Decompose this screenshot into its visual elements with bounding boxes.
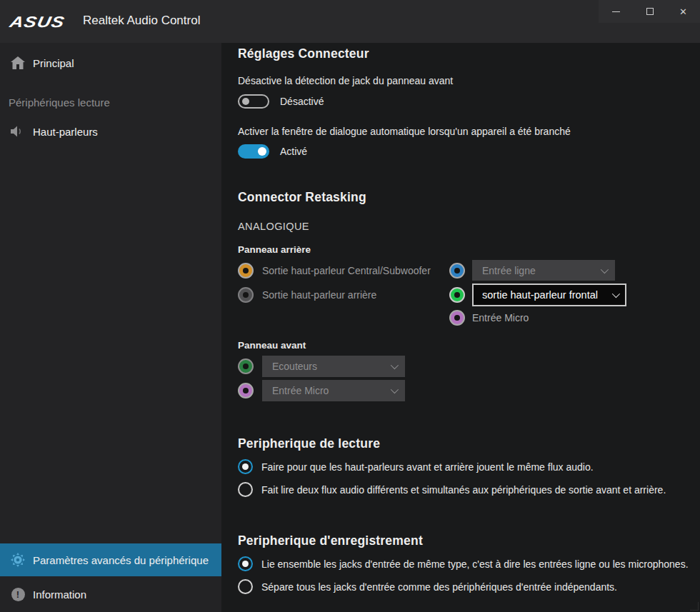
rear-jack-row-1: Sortie haut-parleur Central/Subwoofer En… (238, 260, 615, 281)
sidebar-item-advanced-device-settings[interactable]: Paramètres avancés du périphérique (0, 543, 221, 576)
jack-icon-orange (238, 263, 254, 279)
main-content: Réglages Connecteur Désactive la détecti… (221, 43, 700, 612)
app-window: ASUS Realtek Audio Control ✕ Principal P… (0, 0, 700, 612)
info-icon: ! (10, 588, 26, 601)
resize-grip[interactable] (690, 602, 699, 611)
jack-icon-purple (238, 383, 254, 398)
rear-fixed-jack-2: Sortie haut-parleur arrière (238, 287, 449, 303)
front-speaker-out-select[interactable]: sortie haut-parleur frontal (472, 284, 626, 306)
chevron-down-icon (601, 265, 609, 273)
sidebar-item-speakers[interactable]: Haut-parleurs (0, 117, 221, 146)
jack-label: Sortie haut-parleur Central/Subwoofer (262, 265, 431, 276)
line-in-select[interactable]: Entrée ligne (472, 260, 615, 281)
toggle-label-front-jack-detection: Désactive la détection de jack du pannea… (238, 75, 453, 86)
rear-jack-row-2: Sortie haut-parleur arrière sortie haut-… (238, 284, 626, 306)
toggle-knob (258, 147, 266, 156)
sidebar-item-label: Principal (33, 57, 74, 69)
sidebar-item-principal[interactable]: Principal (0, 49, 221, 77)
window-controls: ✕ (599, 0, 700, 23)
playback-option-same-stream[interactable]: Faire pour que les haut-parleurs avant e… (238, 459, 594, 474)
recording-option-tie-jacks[interactable]: Lie ensemble les jacks d'entrée de même … (238, 556, 689, 571)
rear-panel-label: Panneau arrière (238, 244, 311, 255)
radio-selected-icon (238, 556, 253, 571)
radio-label: Faire pour que les haut-parleurs avant e… (261, 461, 594, 473)
sidebar-item-information[interactable]: ! Information (0, 578, 221, 611)
minimize-button[interactable] (599, 0, 633, 23)
headphones-select[interactable]: Ecouteurs (262, 356, 405, 377)
radio-unselected-icon (238, 482, 253, 497)
subsection-analog: ANALOGIQUE (238, 221, 309, 232)
jack-icon-gray (238, 287, 254, 303)
chevron-down-icon (391, 386, 399, 393)
sidebar-item-label: Information (33, 588, 86, 601)
mic-in-label: Entrée Micro (472, 312, 529, 323)
minimize-icon (612, 11, 620, 12)
radio-label: Sépare tous les jacks d'entrée comme des… (261, 581, 617, 593)
rear-jack-row-3: Entrée Micro (238, 310, 529, 326)
speaker-icon (10, 126, 26, 137)
section-title-connector-settings: Réglages Connecteur (238, 46, 369, 61)
radio-selected-icon (238, 459, 253, 474)
maximize-icon (646, 8, 654, 15)
front-jack-row-2: Entrée Micro (238, 380, 405, 401)
select-value: Entrée Micro (272, 385, 329, 396)
playback-option-different-streams[interactable]: Fait lire deux flux audio différents et … (238, 482, 666, 497)
titlebar: ASUS Realtek Audio Control ✕ (0, 0, 700, 43)
chevron-down-icon (391, 361, 399, 369)
select-value: Entrée ligne (482, 265, 536, 276)
auto-popup-dialog-toggle[interactable] (238, 144, 269, 159)
jack-label: Sortie haut-parleur arrière (262, 289, 376, 301)
front-panel-label: Panneau avant (238, 340, 306, 351)
front-jack-row-1: Ecouteurs (238, 356, 405, 377)
section-title-playback-device: Peripherique de lecture (238, 436, 380, 451)
toggle-label-auto-popup-dialog: Activer la fenêtre de dialogue automatiq… (238, 126, 571, 137)
jack-icon-green (449, 287, 465, 303)
front-jack-detection-toggle[interactable] (238, 94, 269, 109)
front-mic-select[interactable]: Entrée Micro (262, 380, 405, 401)
toggle-state-label: Désactivé (280, 96, 324, 107)
section-title-recording-device: Peripherique d'enregistrement (238, 533, 423, 548)
recording-option-separate-jacks[interactable]: Sépare tous les jacks d'entrée comme des… (238, 579, 617, 594)
close-icon: ✕ (679, 7, 687, 16)
app-title: Realtek Audio Control (83, 14, 200, 28)
radio-unselected-icon (238, 579, 253, 594)
jack-icon-purple (449, 310, 465, 326)
sidebar-item-label: Paramètres avancés du périphérique (33, 554, 209, 566)
jack-icon-blue (449, 263, 465, 279)
toggle-knob (242, 98, 249, 105)
toggle-row-front-jack-detection: Désactivé (238, 94, 324, 109)
toggle-row-auto-popup-dialog: Activé (238, 144, 307, 159)
jack-icon-darkgreen (238, 358, 254, 374)
gear-icon (10, 553, 26, 567)
radio-label: Fait lire deux flux audio différents et … (261, 484, 666, 496)
home-icon (10, 56, 26, 69)
close-button[interactable]: ✕ (666, 0, 700, 23)
sidebar: Principal Périphériques lecture Haut-par… (0, 43, 221, 612)
section-title-connector-retasking: Connector Retasking (238, 190, 366, 205)
sidebar-item-label: Haut-parleurs (33, 126, 98, 138)
radio-label: Lie ensemble les jacks d'entrée de même … (261, 558, 689, 570)
rear-fixed-jack-1: Sortie haut-parleur Central/Subwoofer (238, 263, 449, 279)
select-value: sortie haut-parleur frontal (482, 289, 598, 301)
sidebar-section-playback-devices: Périphériques lecture (9, 96, 110, 109)
chevron-down-icon (612, 290, 620, 298)
select-value: Ecouteurs (272, 361, 317, 372)
maximize-button[interactable] (633, 0, 666, 23)
asus-logo: ASUS (8, 14, 66, 31)
toggle-state-label: Activé (280, 146, 307, 157)
